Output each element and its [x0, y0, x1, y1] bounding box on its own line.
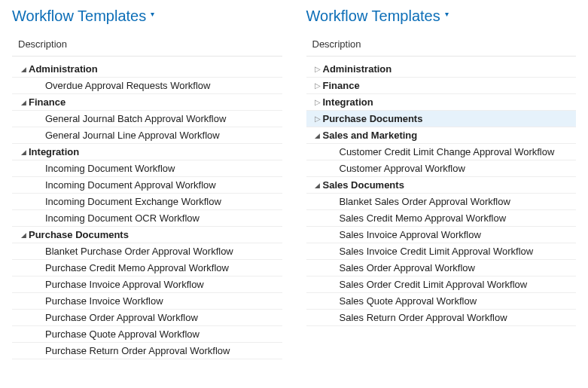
item-label: Sales Quote Approval Workflow [340, 295, 477, 307]
item-label: Blanket Purchase Order Approval Workflow [45, 246, 233, 257]
tree-group[interactable]: Finance [12, 94, 282, 111]
chevron-down-icon[interactable] [312, 181, 323, 189]
page-title: Workflow Templates [12, 8, 146, 25]
chevron-down-icon: ▾ [445, 10, 449, 18]
group-label: Finance [29, 96, 66, 108]
tree-group[interactable]: Integration [306, 94, 577, 111]
item-label: Purchase Order Approval Workflow [45, 312, 198, 323]
tree-item[interactable]: Customer Credit Limit Change Approval Wo… [306, 144, 577, 160]
tree-group[interactable]: Integration [12, 144, 282, 160]
tree-item[interactable]: Incoming Document Exchange Workflow [12, 194, 282, 210]
item-label: General Journal Line Approval Workflow [45, 130, 220, 141]
group-label: Finance [323, 80, 360, 91]
tree-item[interactable]: Customer Approval Workflow [306, 160, 577, 177]
item-label: Incoming Document Approval Workflow [45, 179, 216, 191]
chevron-down-icon[interactable] [18, 148, 29, 156]
tree-item[interactable]: Purchase Quote Approval Workflow [12, 326, 282, 343]
page-title: Workflow Templates [306, 8, 440, 25]
tree-item[interactable]: Purchase Return Order Approval Workflow [12, 343, 282, 359]
tree-item[interactable]: Sales Order Approval Workflow [306, 260, 577, 276]
tree-group[interactable]: Sales and Marketing [306, 127, 577, 144]
tree-item[interactable]: Sales Credit Memo Approval Workflow [306, 210, 577, 227]
chevron-right-icon[interactable] [312, 81, 323, 90]
item-label: Incoming Document Workflow [45, 163, 175, 174]
group-label: Sales Documents [323, 179, 404, 191]
tree-item[interactable]: Incoming Document OCR Workflow [12, 210, 282, 227]
tree-item[interactable]: Purchase Credit Memo Approval Workflow [12, 260, 282, 276]
column-header: Description [306, 38, 577, 57]
chevron-down-icon[interactable] [18, 231, 29, 239]
item-label: Customer Credit Limit Change Approval Wo… [340, 146, 555, 157]
item-label: Sales Order Credit Limit Approval Workfl… [340, 279, 528, 290]
item-label: General Journal Batch Approval Workflow [45, 113, 226, 124]
title-dropdown[interactable]: Workflow Templates ▾ [306, 8, 577, 25]
tree-group[interactable]: Administration [12, 61, 282, 78]
item-label: Purchase Return Order Approval Workflow [45, 345, 230, 356]
tree-group[interactable]: Administration [306, 61, 577, 78]
tree-group[interactable]: Finance [306, 78, 577, 94]
chevron-down-icon: ▾ [151, 10, 154, 18]
group-label: Integration [29, 146, 79, 157]
item-label: Sales Return Order Approval Workflow [340, 312, 507, 323]
chevron-down-icon[interactable] [312, 131, 323, 139]
tree-item[interactable]: Purchase Invoice Approval Workflow [12, 276, 282, 293]
tree-left: AdministrationOverdue Approval Requests … [12, 61, 282, 359]
tree-item[interactable]: Blanket Sales Order Approval Workflow [306, 194, 577, 210]
item-label: Sales Credit Memo Approval Workflow [340, 212, 507, 224]
item-label: Incoming Document OCR Workflow [45, 212, 200, 224]
tree-group[interactable]: Purchase Documents [12, 227, 282, 243]
item-label: Overdue Approval Requests Workflow [45, 80, 210, 91]
tree-item[interactable]: General Journal Line Approval Workflow [12, 127, 282, 144]
chevron-right-icon[interactable] [312, 65, 323, 73]
chevron-down-icon[interactable] [18, 65, 29, 73]
tree-right: AdministrationFinanceIntegrationPurchase… [306, 61, 577, 326]
tree-item[interactable]: Incoming Document Approval Workflow [12, 177, 282, 194]
item-label: Purchase Invoice Workflow [45, 295, 163, 307]
chevron-right-icon[interactable] [312, 98, 323, 106]
item-label: Customer Approval Workflow [340, 163, 465, 174]
item-label: Sales Order Approval Workflow [340, 262, 475, 273]
item-label: Purchase Quote Approval Workflow [45, 328, 200, 340]
chevron-right-icon[interactable] [312, 115, 323, 123]
title-dropdown[interactable]: Workflow Templates ▾ [12, 8, 282, 25]
tree-item[interactable]: Purchase Order Approval Workflow [12, 310, 282, 326]
tree-item[interactable]: Sales Return Order Approval Workflow [306, 310, 577, 326]
chevron-down-icon[interactable] [18, 98, 29, 106]
group-label: Administration [323, 63, 392, 75]
tree-group[interactable]: Purchase Documents [306, 111, 577, 127]
item-label: Sales Invoice Credit Limit Approval Work… [340, 246, 534, 257]
column-header: Description [12, 38, 282, 57]
group-label: Purchase Documents [323, 113, 423, 124]
tree-item[interactable]: General Journal Batch Approval Workflow [12, 111, 282, 127]
item-label: Blanket Sales Order Approval Workflow [340, 196, 510, 207]
tree-item[interactable]: Sales Quote Approval Workflow [306, 293, 577, 310]
tree-item[interactable]: Sales Order Credit Limit Approval Workfl… [306, 276, 577, 293]
group-label: Sales and Marketing [323, 130, 418, 141]
item-label: Sales Invoice Approval Workflow [340, 229, 481, 240]
tree-item[interactable]: Purchase Invoice Workflow [12, 293, 282, 310]
tree-item[interactable]: Blanket Purchase Order Approval Workflow [12, 243, 282, 260]
item-label: Incoming Document Exchange Workflow [45, 196, 221, 207]
tree-item[interactable]: Sales Invoice Approval Workflow [306, 227, 577, 243]
group-label: Administration [29, 63, 98, 75]
right-panel: Workflow Templates ▾ Description Adminis… [294, 0, 589, 388]
item-label: Purchase Invoice Approval Workflow [45, 279, 204, 290]
tree-group[interactable]: Sales Documents [306, 177, 577, 194]
group-label: Integration [323, 96, 373, 108]
item-label: Purchase Credit Memo Approval Workflow [45, 262, 229, 273]
tree-item[interactable]: Incoming Document Workflow [12, 160, 282, 177]
tree-item[interactable]: Overdue Approval Requests Workflow [12, 78, 282, 94]
tree-item[interactable]: Sales Invoice Credit Limit Approval Work… [306, 243, 577, 260]
left-panel: Workflow Templates ▾ Description Adminis… [0, 0, 294, 388]
group-label: Purchase Documents [29, 229, 129, 240]
